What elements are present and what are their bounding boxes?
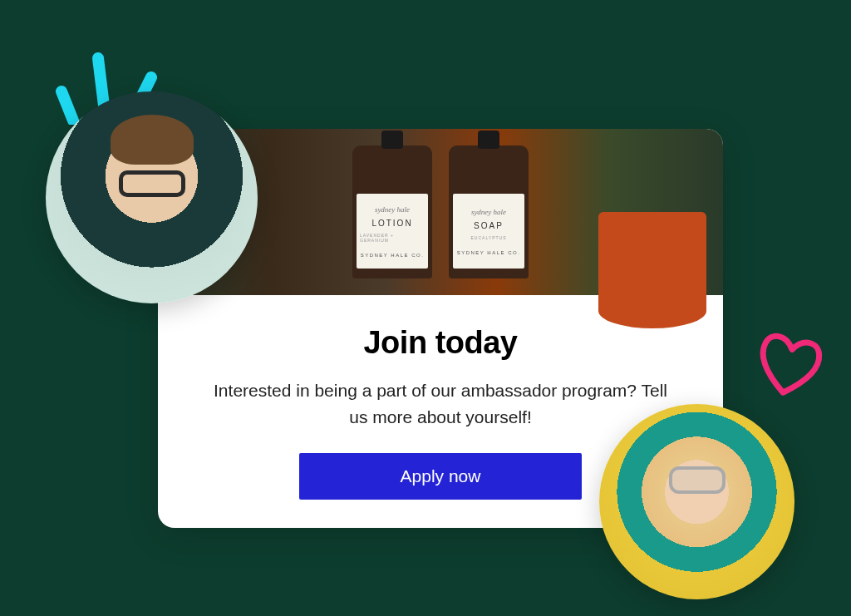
card-title: Join today [208,325,673,361]
ambassador-avatar-1 [46,91,258,303]
bottle-subtitle: LAVENDER + GERANIUM [360,233,425,243]
bottle-brand: SYDNEY HALE CO. [457,250,521,255]
heart-icon [751,328,826,403]
product-bottle: sydney hale LOTION LAVENDER + GERANIUM S… [352,145,432,278]
bottle-brand: SYDNEY HALE CO. [361,253,425,258]
card-description: Interested in being a part of our ambass… [208,377,673,430]
bottle-subtitle: EUCALYPTUS [471,235,507,240]
svg-line-0 [61,91,73,121]
bottle-product-name: SOAP [474,221,504,230]
plant-pot [598,212,706,328]
ambassador-avatar-2 [599,404,794,599]
product-bottle: sydney hale SOAP EUCALYPTUS SYDNEY HALE … [449,145,529,278]
svg-line-1 [98,58,104,106]
bottle-product-name: LOTION [371,219,412,228]
apply-now-button[interactable]: Apply now [299,453,582,500]
